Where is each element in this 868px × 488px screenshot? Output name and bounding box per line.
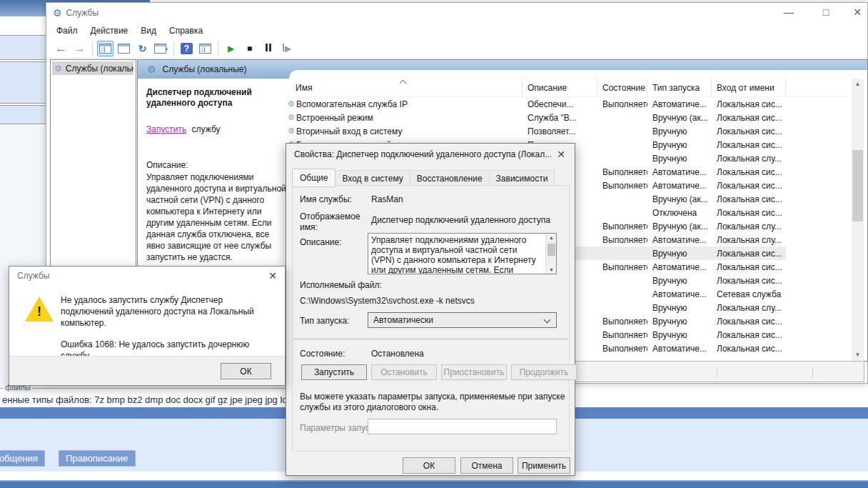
- pause-service-button[interactable]: [260, 41, 276, 56]
- scrollbar-thumb[interactable]: [547, 244, 555, 256]
- pause-icon: [265, 44, 272, 54]
- close-icon[interactable]: ✕: [557, 149, 565, 160]
- cell-state: [597, 247, 647, 260]
- ok-button[interactable]: ОК: [221, 363, 271, 379]
- cell-logon: Локальная сис...: [712, 111, 786, 124]
- error-message: Не удалось запустить службу Диспетчер по…: [61, 294, 276, 362]
- messages-button[interactable]: сообщения: [0, 450, 45, 467]
- back-arrow-icon: ←: [56, 42, 67, 55]
- cell-desc: Обеспечи...: [523, 97, 597, 111]
- strip-divider: [717, 367, 717, 378]
- display-name-label: Отображаемое имя:: [300, 211, 365, 233]
- cancel-button[interactable]: Отмена: [460, 457, 513, 474]
- cell-start: Вручную: [647, 314, 712, 328]
- stop-service-button[interactable]: ■: [241, 41, 258, 56]
- services-app-icon: ⚙: [53, 8, 62, 18]
- column-header-logon-as[interactable]: Вход от имени: [712, 79, 786, 97]
- pause-button[interactable]: Приостановить: [441, 364, 507, 380]
- cell-name: ⚙Вспомогательная служба IP: [286, 97, 523, 111]
- maximize-button[interactable]: □: [820, 6, 832, 18]
- apply-button[interactable]: Применить: [518, 457, 570, 474]
- service-error-dialog: Службы ✕ ! Не удалось запустить службу Д…: [9, 266, 286, 386]
- cell-start: Вручную (ак...: [647, 219, 712, 233]
- dialog-title: Свойства: Диспетчер подключений удаленно…: [294, 149, 551, 159]
- cell-logon: Локальная сис...: [712, 138, 786, 151]
- cell-start: Автоматиче...: [647, 165, 712, 179]
- description-textbox[interactable]: Управляет подключениями удаленного досту…: [368, 233, 557, 274]
- column-header-startup-type[interactable]: Тип запуска: [647, 79, 712, 97]
- cell-logon: Локальная сис...: [712, 328, 786, 342]
- menu-action[interactable]: Действие: [84, 26, 135, 36]
- back-button[interactable]: ←: [53, 41, 69, 56]
- menu-help[interactable]: Справка: [163, 26, 209, 36]
- cell-state: [597, 301, 647, 314]
- spelling-button[interactable]: Правописание: [59, 450, 136, 467]
- view-header-label: Службы (локальные): [163, 64, 247, 74]
- start-service-button[interactable]: ▶: [223, 41, 239, 56]
- column-header-status[interactable]: Состояние: [597, 79, 647, 97]
- table-row[interactable]: ⚙Встроенный режимСлужба "В...Вручную (ак…: [286, 111, 786, 124]
- header-curve: [289, 70, 867, 79]
- cell-logon: Локальная слу...: [712, 219, 786, 233]
- tab-general[interactable]: Общие: [292, 169, 335, 187]
- state-label: Состояние:: [300, 349, 345, 359]
- cell-logon: Локальная сис...: [712, 260, 786, 274]
- cell-state: Выполняется: [597, 165, 647, 179]
- table-row[interactable]: ⚙Вторичный вход в системуПозволяет...Вру…: [286, 124, 786, 138]
- scroll-down-icon[interactable]: ▼: [546, 267, 557, 272]
- cell-logon: Локальная сис...: [712, 124, 786, 138]
- cell-logon: Локальная слу...: [712, 301, 786, 314]
- cell-state: Выполняется: [597, 219, 647, 233]
- start-service-link[interactable]: Запустить: [146, 124, 186, 134]
- resume-icon: ▶: [282, 44, 291, 54]
- cell-state: [597, 206, 647, 219]
- fieldset-line: [0, 388, 288, 389]
- properties-button[interactable]: [116, 41, 132, 56]
- close-button[interactable]: ✕: [852, 6, 863, 18]
- scroll-down-icon[interactable]: ▼: [852, 349, 864, 361]
- restart-service-button[interactable]: ▶: [278, 41, 295, 56]
- scroll-up-icon[interactable]: ▲: [852, 79, 864, 90]
- help-button[interactable]: ?: [178, 41, 195, 56]
- column-header-description[interactable]: Описание: [523, 79, 597, 97]
- scrollbar-thumb[interactable]: [852, 150, 863, 221]
- cell-start: Вручную: [647, 151, 712, 165]
- cell-logon: Локальная сис...: [712, 206, 786, 219]
- startup-params-input[interactable]: [368, 419, 557, 434]
- view-header-bar: ⚙ Службы (локальные): [138, 60, 867, 79]
- list-vertical-scrollbar[interactable]: ▲ ▼: [852, 79, 864, 361]
- table-row[interactable]: ⚙Вспомогательная служба IPОбеспечи...Вып…: [286, 97, 786, 111]
- play-icon: ▶: [228, 44, 234, 54]
- executable-path: C:\Windows\System32\svchost.exe -k netsv…: [300, 296, 475, 306]
- resume-button[interactable]: Продолжить: [511, 364, 577, 380]
- show-console-tree-button[interactable]: [97, 41, 113, 56]
- stop-button[interactable]: Остановить: [371, 364, 437, 380]
- start-button[interactable]: Запустить: [301, 364, 367, 380]
- help-icon: ?: [181, 43, 193, 54]
- tree-item-services-local[interactable]: ⚙ Службы (локальные): [52, 61, 133, 75]
- startup-params-hint: Вы можете указать параметры запуска, при…: [300, 392, 570, 413]
- description-value: Управляет подключениями удаленного досту…: [371, 235, 542, 274]
- service-properties-dialog: Свойства: Диспетчер подключений удаленно…: [286, 143, 575, 476]
- dialog-title-bar: Службы ✕: [9, 267, 285, 285]
- ok-button[interactable]: ОК: [403, 457, 455, 474]
- cell-name: ⚙Вторичный вход в систему: [286, 124, 523, 138]
- startup-type-select[interactable]: Автоматически: [368, 312, 557, 328]
- minimize-button[interactable]: —: [783, 6, 794, 18]
- close-icon[interactable]: ✕: [268, 270, 277, 282]
- textarea-scrollbar[interactable]: ▲ ▼: [545, 234, 556, 274]
- screen: файлы енные типы файлов: 7z bmp bz2 dmp …: [0, 0, 868, 488]
- cell-state: Выполняется: [597, 328, 647, 342]
- state-value: Остановлена: [371, 349, 424, 359]
- cell-start: Вручную: [647, 301, 712, 314]
- menu-view[interactable]: Вид: [134, 26, 163, 36]
- services-header-icon: ⚙: [147, 64, 156, 74]
- stop-icon: ■: [247, 44, 252, 54]
- scroll-up-icon[interactable]: ▲: [546, 235, 557, 240]
- export-list-button[interactable]: ➜: [153, 41, 169, 56]
- cell-start: Отключена: [647, 206, 712, 219]
- refresh-button[interactable]: ↻: [134, 41, 151, 56]
- forward-button[interactable]: →: [71, 41, 88, 56]
- standard-view-button[interactable]: [197, 41, 213, 56]
- menu-file[interactable]: Файл: [50, 26, 84, 36]
